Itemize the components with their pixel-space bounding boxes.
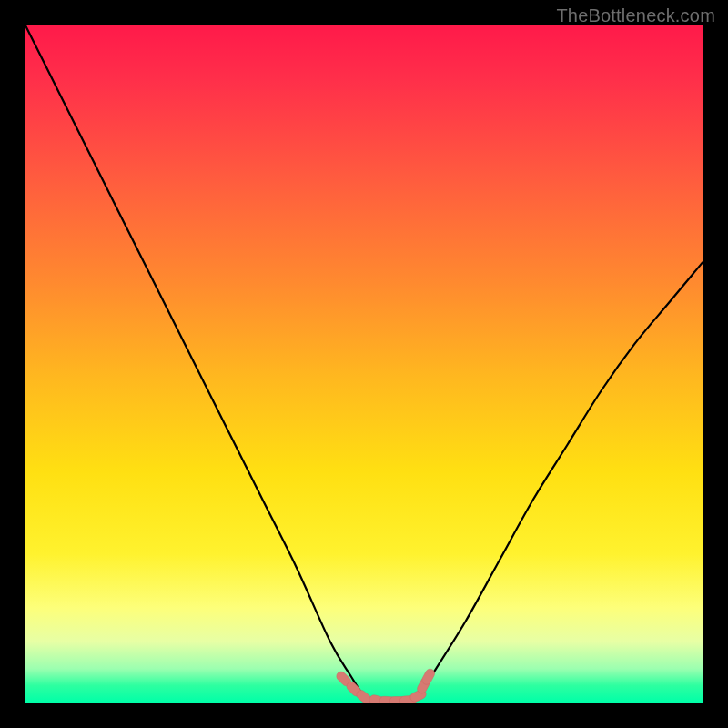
- bottleneck-curve: [25, 25, 703, 703]
- watermark-label: TheBottleneck.com: [556, 5, 715, 26]
- plot-area: [25, 25, 703, 703]
- chart-frame: TheBottleneck.com: [0, 0, 728, 728]
- chart-svg: [25, 25, 703, 703]
- curve-markers: [335, 667, 437, 703]
